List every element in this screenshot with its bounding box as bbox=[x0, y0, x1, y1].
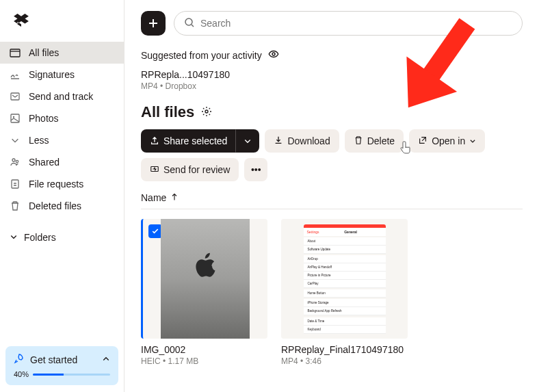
file-card[interactable]: IMG_0002 HEIC • 1.17 MB bbox=[141, 219, 267, 366]
nav-deleted[interactable]: Deleted files bbox=[0, 195, 124, 217]
sort-asc-icon bbox=[170, 192, 179, 203]
progress-bar bbox=[33, 374, 110, 376]
open-in-label: Open in bbox=[432, 135, 465, 146]
share-caret-button[interactable] bbox=[236, 129, 259, 153]
checkbox-checked[interactable] bbox=[148, 224, 162, 238]
open-icon bbox=[418, 135, 428, 147]
svg-point-5 bbox=[16, 160, 18, 162]
shared-icon bbox=[10, 157, 21, 168]
chevron-down-icon bbox=[10, 135, 21, 146]
chevron-down-icon bbox=[10, 232, 18, 243]
rocket-icon bbox=[14, 353, 25, 366]
apple-logo-icon bbox=[192, 250, 218, 283]
settings-preview: SettingsGeneral About Software Update Ai… bbox=[304, 224, 386, 334]
nav-file-requests[interactable]: File requests bbox=[0, 173, 124, 195]
svg-rect-1 bbox=[11, 93, 19, 100]
file-name: IMG_0002 bbox=[141, 344, 267, 355]
nav-label: All files bbox=[29, 47, 59, 58]
add-button[interactable] bbox=[141, 11, 166, 36]
folder-icon bbox=[10, 47, 21, 58]
nav-shared[interactable]: Shared bbox=[0, 151, 124, 173]
file-card[interactable]: SettingsGeneral About Software Update Ai… bbox=[281, 219, 408, 366]
svg-point-3 bbox=[13, 116, 14, 118]
col-name-label: Name bbox=[141, 192, 166, 203]
delete-button[interactable]: Delete bbox=[345, 129, 404, 153]
file-meta: HEIC • 1.17 MB bbox=[141, 356, 267, 366]
sidebar: All files Signatures Send and track Phot… bbox=[0, 0, 124, 392]
chevron-up-icon bbox=[102, 354, 110, 365]
signature-icon bbox=[10, 69, 21, 80]
nav-label: Shared bbox=[29, 157, 60, 168]
suggested-file-meta: MP4 • Dropbox bbox=[141, 81, 523, 91]
trash-icon bbox=[10, 200, 21, 211]
file-thumbnail[interactable]: SettingsGeneral About Software Update Ai… bbox=[281, 219, 408, 339]
svg-rect-6 bbox=[12, 180, 18, 188]
trash-icon bbox=[354, 135, 363, 147]
folders-toggle[interactable]: Folders bbox=[0, 226, 124, 248]
search-field[interactable] bbox=[174, 11, 523, 36]
download-icon bbox=[274, 135, 283, 147]
suggested-file-name: RPRepla...10497180 bbox=[141, 69, 523, 80]
download-label: Download bbox=[287, 135, 330, 146]
file-request-icon bbox=[10, 179, 21, 190]
nav-photos[interactable]: Photos bbox=[0, 107, 124, 129]
name-column-header[interactable]: Name bbox=[141, 192, 523, 209]
nav-label: Send and track bbox=[29, 91, 93, 102]
review-icon bbox=[150, 164, 159, 176]
search-icon bbox=[184, 17, 195, 30]
get-started-title: Get started bbox=[30, 354, 77, 365]
svg-point-7 bbox=[185, 18, 192, 25]
svg-point-4 bbox=[12, 159, 15, 161]
nav-signatures[interactable]: Signatures bbox=[0, 64, 124, 86]
share-split-button: Share selected bbox=[141, 129, 259, 153]
share-label: Share selected bbox=[163, 135, 227, 146]
suggested-label: Suggested from your activity bbox=[141, 50, 262, 61]
file-meta: MP4 • 3:46 bbox=[281, 356, 408, 366]
main-content: Suggested from your activity RPRepla...1… bbox=[124, 0, 539, 392]
search-input[interactable] bbox=[200, 18, 512, 29]
nav-label: Deleted files bbox=[29, 200, 81, 211]
get-started-card[interactable]: Get started 40% bbox=[5, 346, 118, 385]
share-selected-button[interactable]: Share selected bbox=[141, 129, 236, 153]
progress-percent: 40% bbox=[14, 370, 29, 378]
photos-icon bbox=[10, 113, 21, 124]
nav-all-files[interactable]: All files bbox=[0, 42, 124, 64]
nav-less[interactable]: Less bbox=[0, 129, 124, 151]
svg-rect-0 bbox=[10, 49, 20, 57]
send-icon bbox=[10, 91, 21, 102]
nav-label: File requests bbox=[29, 179, 83, 190]
nav-label: Signatures bbox=[29, 69, 75, 80]
dropbox-logo bbox=[14, 14, 124, 29]
folders-label: Folders bbox=[24, 232, 56, 243]
file-name: RPReplay_Final1710497180 bbox=[281, 344, 408, 355]
page-title: All files bbox=[141, 103, 194, 121]
nav-label: Less bbox=[29, 135, 49, 146]
nav-label: Photos bbox=[29, 113, 59, 124]
more-actions-button[interactable]: ••• bbox=[244, 158, 267, 181]
file-thumbnail[interactable] bbox=[141, 219, 267, 339]
chevron-down-icon bbox=[469, 135, 476, 146]
send-review-label: Send for review bbox=[163, 164, 230, 175]
open-in-button[interactable]: Open in bbox=[409, 129, 485, 153]
gear-icon[interactable] bbox=[201, 106, 212, 119]
suggested-header: Suggested from your activity bbox=[141, 48, 523, 62]
eye-icon[interactable] bbox=[267, 48, 280, 62]
send-review-button[interactable]: Send for review bbox=[141, 158, 239, 181]
delete-label: Delete bbox=[367, 135, 395, 146]
svg-point-8 bbox=[272, 53, 275, 55]
nav-send-track[interactable]: Send and track bbox=[0, 86, 124, 107]
download-button[interactable]: Download bbox=[265, 129, 339, 153]
suggested-card[interactable]: RPRepla...10497180 MP4 • Dropbox bbox=[141, 69, 523, 91]
dots-icon: ••• bbox=[251, 164, 261, 175]
svg-point-9 bbox=[205, 110, 208, 113]
